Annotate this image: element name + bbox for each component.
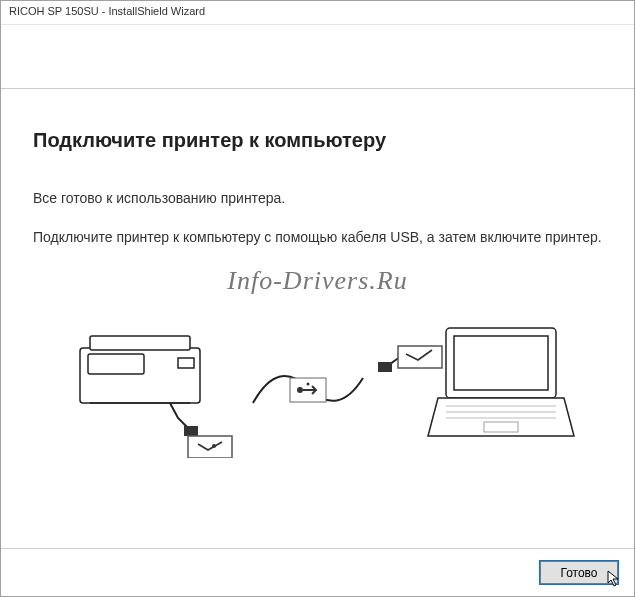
installer-window: RICOH SP 150SU - InstallShield Wizard По…: [0, 0, 635, 597]
page-heading: Подключите принтер к компьютеру: [33, 129, 602, 152]
svg-point-7: [212, 444, 216, 448]
instruction-text-1: Все готово к использованию принтера.: [33, 188, 602, 209]
wizard-content: Подключите принтер к компьютеру Все гото…: [1, 89, 634, 548]
cursor-icon: [607, 570, 621, 591]
svg-point-9: [297, 387, 303, 393]
svg-rect-6: [188, 436, 232, 458]
finish-button-label: Готово: [560, 566, 597, 580]
svg-rect-1: [90, 336, 190, 350]
printer-icon: [60, 318, 240, 462]
usb-cable-icon: [248, 348, 368, 432]
instruction-text-2: Подключите принтер к компьютеру с помощь…: [33, 227, 602, 248]
wizard-footer: Готово: [1, 548, 634, 596]
svg-rect-15: [454, 336, 548, 390]
svg-rect-13: [398, 346, 442, 368]
finish-button[interactable]: Готово: [540, 561, 618, 584]
header-banner: [1, 25, 634, 89]
svg-rect-2: [88, 354, 144, 374]
watermark-text: Info-Drivers.Ru: [33, 266, 602, 296]
connection-diagram: [33, 318, 602, 462]
svg-rect-5: [184, 426, 198, 436]
window-title: RICOH SP 150SU - InstallShield Wizard: [9, 5, 205, 17]
laptop-icon: [376, 318, 576, 462]
svg-rect-3: [178, 358, 194, 368]
window-titlebar: RICOH SP 150SU - InstallShield Wizard: [1, 1, 634, 25]
svg-rect-19: [484, 422, 518, 432]
svg-point-11: [306, 383, 309, 386]
svg-rect-12: [378, 362, 392, 372]
